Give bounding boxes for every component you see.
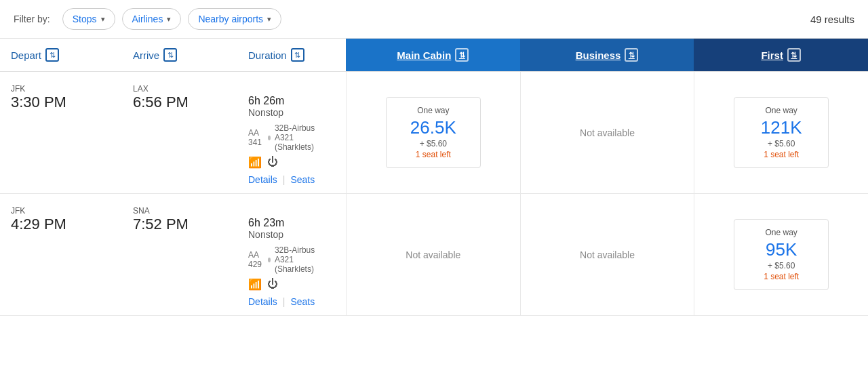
first-column-header[interactable]: First ⇅: [694, 39, 868, 71]
airlines-filter-label: Airlines: [132, 14, 163, 24]
link-separator: |: [283, 296, 285, 307]
flight-stops: Nonstop: [248, 229, 335, 240]
arrive-airport-code: SNA: [133, 206, 226, 216]
flight-2-business-cell: Not available: [520, 194, 694, 315]
flight-1-first-cell: One way 121K + $5.60 1 seat left: [694, 72, 868, 193]
first-seats: 1 seat left: [745, 272, 817, 281]
flight-2-depart-cell: JFK 4:29 PM: [0, 194, 122, 315]
arrive-sort-icon: ⇅: [163, 48, 177, 62]
flight-1-business-cell: Not available: [520, 72, 694, 193]
flight-details-row: AA 341 32B-Airbus A321 (Sharklets): [248, 123, 335, 152]
flight-row-1: JFK 3:30 PM LAX 6:56 PM 6h 26m Nonstop A…: [0, 72, 868, 194]
flight-duration: 6h 23m: [248, 217, 335, 229]
main-cabin-sort-icon: ⇅: [455, 48, 469, 62]
stops-filter-label: Stops: [73, 14, 97, 24]
flight-stops: Nonstop: [248, 107, 335, 118]
first-sort-icon: ⇅: [787, 48, 801, 62]
flights-list: JFK 3:30 PM LAX 6:56 PM 6h 26m Nonstop A…: [0, 72, 868, 316]
power-icon: ⏻: [267, 278, 278, 291]
dot-separator: [268, 136, 271, 140]
seats-link[interactable]: Seats: [290, 174, 315, 185]
first-seats: 1 seat left: [745, 150, 817, 159]
arrive-header-label: Arrive: [133, 49, 159, 61]
link-separator: |: [283, 174, 285, 185]
depart-header-label: Depart: [11, 49, 41, 61]
aircraft-type: 32B-Airbus A321 (Sharklets): [275, 123, 335, 152]
arrive-column-header[interactable]: Arrive ⇅: [122, 39, 237, 71]
flight-2-main-cabin-cell: Not available: [346, 194, 520, 315]
column-headers: Depart ⇅ Arrive ⇅ Duration ⇅ Main Cabin …: [0, 39, 868, 72]
main-cabin-header-label: Main Cabin: [397, 49, 451, 61]
depart-column-header[interactable]: Depart ⇅: [0, 39, 122, 71]
flight-duration: 6h 26m: [248, 95, 335, 107]
amenities-row: 📶 ⏻: [248, 278, 335, 291]
business-sort-icon: ⇅: [625, 48, 638, 62]
flight-row-2: JFK 4:29 PM SNA 7:52 PM 6h 23m Nonstop A…: [0, 194, 868, 316]
business-header-label: Business: [576, 49, 621, 61]
first-fare-card[interactable]: One way 95K + $5.60 1 seat left: [734, 219, 829, 291]
filter-bar: Filter by: Stops ▾ Airlines ▾ Nearby air…: [0, 0, 868, 39]
results-count: 49 results: [810, 14, 854, 25]
links-row: Details | Seats: [248, 296, 335, 307]
nearby-airports-chevron-icon: ▾: [267, 15, 271, 24]
flight-1-duration-cell: 6h 26m Nonstop AA 341 32B-Airbus A321 (S…: [237, 72, 346, 193]
arrive-time: 6:56 PM: [133, 94, 226, 111]
first-one-way-label: One way: [745, 228, 817, 237]
stops-chevron-icon: ▾: [101, 15, 105, 24]
airlines-filter-button[interactable]: Airlines ▾: [122, 8, 182, 30]
flight-1-arrive-cell: LAX 6:56 PM: [122, 72, 237, 193]
depart-time: 3:30 PM: [11, 94, 111, 111]
main-cabin-column-header[interactable]: Main Cabin ⇅: [346, 39, 520, 71]
links-row: Details | Seats: [248, 174, 335, 185]
depart-sort-icon: ⇅: [45, 48, 59, 62]
main-cabin-seats: 1 seat left: [397, 150, 469, 159]
first-header-label: First: [761, 49, 783, 61]
flight-number: AA 429: [248, 250, 264, 269]
depart-airport-code: JFK: [11, 84, 111, 94]
business-not-available: Not available: [580, 127, 635, 138]
nearby-airports-filter-label: Nearby airports: [198, 14, 263, 24]
flight-2-arrive-cell: SNA 7:52 PM: [122, 194, 237, 315]
business-column-header[interactable]: Business ⇅: [520, 39, 694, 71]
dot-separator: [268, 258, 271, 262]
details-link[interactable]: Details: [248, 174, 277, 185]
power-icon: ⏻: [267, 156, 278, 169]
flight-1-main-cabin-cell: One way 26.5K + $5.60 1 seat left: [346, 72, 520, 193]
amenities-row: 📶 ⏻: [248, 156, 335, 169]
duration-column-header[interactable]: Duration ⇅: [237, 39, 346, 71]
first-fee: + $5.60: [745, 139, 817, 148]
first-price: 95K: [745, 240, 817, 260]
first-one-way-label: One way: [745, 106, 817, 115]
main-cabin-one-way-label: One way: [397, 106, 469, 115]
arrive-time: 7:52 PM: [133, 216, 226, 233]
wifi-icon: 📶: [248, 278, 262, 291]
first-fare-card[interactable]: One way 121K + $5.60 1 seat left: [734, 97, 829, 169]
flight-2-first-cell: One way 95K + $5.60 1 seat left: [694, 194, 868, 315]
stops-filter-button[interactable]: Stops ▾: [62, 8, 115, 30]
depart-airport-code: JFK: [11, 206, 111, 216]
business-not-available: Not available: [580, 249, 635, 260]
filter-label: Filter by:: [14, 14, 50, 24]
duration-sort-icon: ⇅: [291, 48, 304, 62]
flight-details-row: AA 429 32B-Airbus A321 (Sharklets): [248, 245, 335, 274]
first-fee: + $5.60: [745, 261, 817, 270]
main-cabin-price: 26.5K: [397, 118, 469, 138]
main-cabin-fee: + $5.60: [397, 139, 469, 148]
flight-1-depart-cell: JFK 3:30 PM: [0, 72, 122, 193]
arrive-airport-code: LAX: [133, 84, 226, 94]
duration-header-label: Duration: [248, 49, 287, 61]
flight-2-duration-cell: 6h 23m Nonstop AA 429 32B-Airbus A321 (S…: [237, 194, 346, 315]
seats-link[interactable]: Seats: [290, 296, 315, 307]
first-price: 121K: [745, 118, 817, 138]
details-link[interactable]: Details: [248, 296, 277, 307]
flight-number: AA 341: [248, 128, 264, 147]
main-cabin-not-available: Not available: [406, 249, 460, 260]
nearby-airports-filter-button[interactable]: Nearby airports ▾: [188, 8, 281, 30]
wifi-icon: 📶: [248, 156, 262, 169]
airlines-chevron-icon: ▾: [167, 15, 171, 24]
aircraft-type: 32B-Airbus A321 (Sharklets): [275, 245, 335, 274]
depart-time: 4:29 PM: [11, 216, 111, 233]
main-cabin-fare-card[interactable]: One way 26.5K + $5.60 1 seat left: [386, 97, 481, 169]
